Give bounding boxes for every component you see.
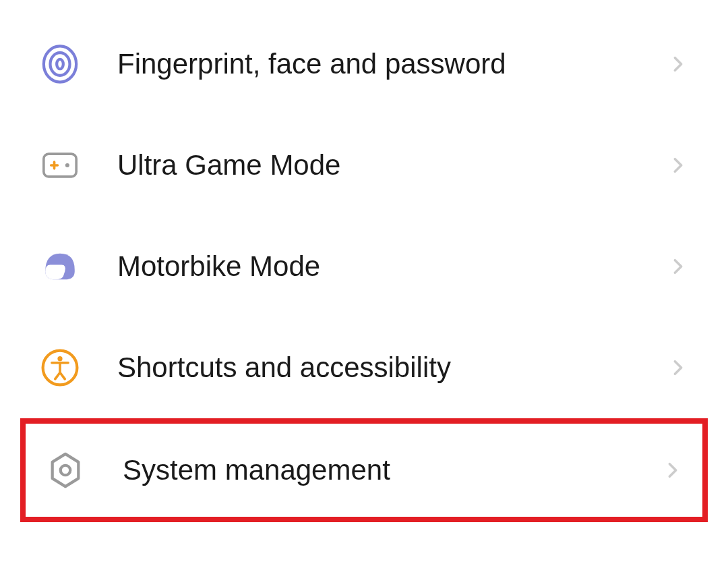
settings-item-fingerprint[interactable]: Fingerprint, face and password	[0, 13, 728, 115]
helmet-icon	[40, 247, 80, 286]
settings-list: Fingerprint, face and password Ultra Gam…	[0, 0, 728, 522]
settings-item-label: System management	[123, 454, 663, 486]
settings-item-motorbike[interactable]: Motorbike Mode	[0, 216, 728, 317]
settings-item-system[interactable]: System management	[20, 418, 708, 522]
settings-item-game-mode[interactable]: Ultra Game Mode	[0, 115, 728, 216]
settings-item-label: Shortcuts and accessibility	[117, 351, 669, 384]
chevron-right-icon	[669, 358, 688, 377]
chevron-right-icon	[669, 156, 688, 175]
chevron-right-icon	[663, 461, 682, 480]
svg-point-1	[51, 53, 70, 76]
chevron-right-icon	[669, 257, 688, 276]
svg-point-2	[57, 59, 63, 69]
settings-item-accessibility[interactable]: Shortcuts and accessibility	[0, 317, 728, 418]
svg-point-8	[57, 356, 62, 361]
settings-item-label: Motorbike Mode	[117, 250, 669, 283]
fingerprint-icon	[40, 45, 80, 84]
settings-item-label: Ultra Game Mode	[117, 149, 669, 181]
chevron-right-icon	[669, 55, 688, 74]
settings-item-label: Fingerprint, face and password	[117, 48, 669, 80]
svg-point-6	[65, 163, 69, 167]
svg-point-9	[61, 466, 71, 476]
game-icon	[40, 146, 80, 185]
hexagon-gear-icon	[46, 451, 85, 490]
svg-rect-3	[44, 154, 76, 177]
accessibility-icon	[40, 348, 80, 387]
